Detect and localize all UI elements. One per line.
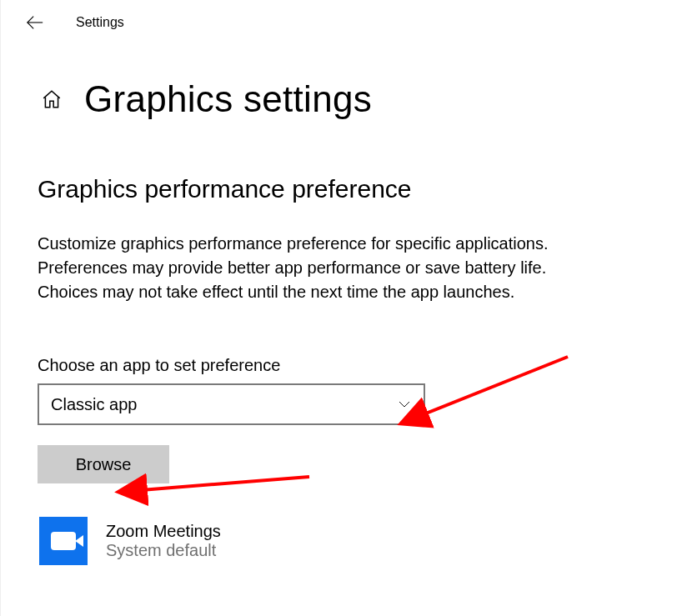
app-text: Zoom Meetings System default — [106, 522, 221, 560]
page-header: Graphics settings — [1, 42, 682, 120]
home-icon[interactable] — [41, 88, 63, 110]
browse-button-label: Browse — [76, 455, 132, 474]
section-description: Customize graphics performance preferenc… — [38, 232, 598, 304]
browse-button[interactable]: Browse — [38, 445, 169, 483]
zoom-app-icon — [39, 517, 88, 565]
arrow-left-icon — [26, 13, 44, 32]
app-type-dropdown[interactable]: Classic app — [38, 383, 425, 425]
choose-app-label: Choose an app to set preference — [38, 356, 598, 375]
page-title: Graphics settings — [84, 78, 372, 120]
top-bar: Settings — [1, 0, 682, 42]
dropdown-selected-value: Classic app — [51, 395, 137, 414]
app-list-item[interactable]: Zoom Meetings System default — [38, 517, 598, 565]
section-heading: Graphics performance preference — [38, 175, 598, 203]
app-name: Zoom Meetings — [106, 522, 221, 541]
settings-label: Settings — [76, 15, 124, 30]
back-button[interactable] — [26, 13, 44, 32]
app-preference: System default — [106, 541, 221, 560]
chevron-down-icon — [397, 397, 412, 412]
content-area: Graphics performance preference Customiz… — [1, 120, 634, 565]
camera-icon — [51, 532, 76, 550]
